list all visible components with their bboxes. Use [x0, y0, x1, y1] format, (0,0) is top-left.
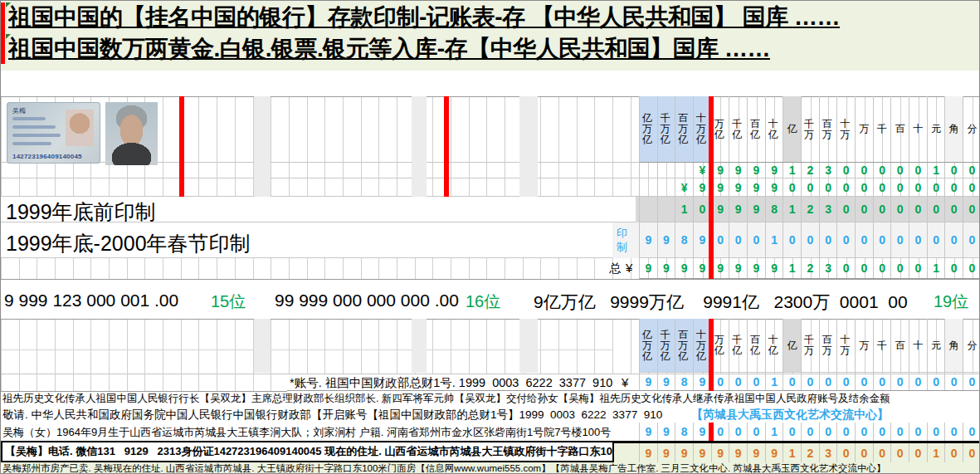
grid-cell[interactable]: 0 [712, 222, 730, 257]
grid-cell[interactable]: 分 [963, 319, 980, 372]
grid-cell[interactable]: 0 [712, 423, 730, 441]
grid-cell[interactable]: 0 [891, 222, 909, 257]
grid-cell[interactable]: 千万亿 [658, 96, 676, 162]
grid-cell[interactable]: 9 [712, 178, 730, 196]
grid-cell[interactable]: 0 [729, 423, 748, 441]
grid-cell[interactable]: 0 [712, 373, 730, 390]
grid-cell[interactable]: 0 [820, 178, 838, 196]
grid-cell[interactable]: 9 [712, 163, 730, 178]
grid-cell[interactable]: 亿万亿 [640, 319, 658, 372]
grid-cell[interactable]: 0 [909, 373, 928, 390]
grid-cell[interactable]: 分 [963, 96, 980, 162]
grid-cell[interactable]: 1 [783, 197, 802, 222]
grid-cell[interactable]: 0 [783, 373, 802, 390]
grid-cell[interactable]: 十亿 [766, 319, 784, 372]
grid-cell[interactable]: 十万 [837, 96, 856, 162]
grid-cell[interactable]: 0 [856, 222, 874, 257]
grid-cell[interactable]: 0 [945, 423, 963, 441]
grid-cell[interactable]: 9 [748, 197, 766, 222]
grid-cell[interactable]: 9 [640, 423, 658, 441]
grid-cell[interactable]: 0 [874, 222, 892, 257]
grid-cell[interactable]: 百 [891, 96, 909, 162]
grid-cell[interactable]: 9 [748, 163, 766, 178]
grid-cell[interactable] [675, 163, 694, 178]
grid-cell[interactable]: 0 [729, 222, 748, 257]
grid-cell[interactable]: 0 [891, 258, 909, 278]
grid-cell[interactable]: 9 [694, 443, 712, 462]
grid-cell[interactable]: 9 [748, 258, 766, 278]
grid-cell[interactable]: 3 [820, 258, 838, 278]
grid-cell[interactable]: 9 [675, 258, 694, 278]
grid-cell[interactable] [640, 178, 658, 196]
grid-cell[interactable]: 0 [856, 373, 874, 390]
grid-cell[interactable]: 元 [928, 96, 946, 162]
grid-cell[interactable]: 0 [783, 178, 802, 196]
grid-cell[interactable]: 十万 [837, 319, 856, 372]
grid-cell[interactable]: 9 [729, 163, 748, 178]
grid-cell[interactable]: 2 [802, 163, 820, 178]
grid-cell[interactable]: 0 [874, 178, 892, 196]
grid-cell[interactable]: 千 [874, 96, 892, 162]
grid-cell[interactable] [640, 163, 658, 178]
grid-cell[interactable] [658, 163, 676, 178]
grid-cell[interactable]: 0 [928, 222, 946, 257]
grid-cell[interactable]: 0 [909, 163, 928, 178]
grid-cell[interactable]: 0 [909, 178, 928, 196]
grid-cell[interactable]: 0 [856, 178, 874, 196]
grid-cell[interactable]: 角 [945, 319, 963, 372]
grid-cell[interactable]: 9 [766, 178, 784, 196]
grid-cell[interactable]: 十 [909, 96, 928, 162]
grid-cell[interactable]: 百万 [820, 96, 838, 162]
grid-cell[interactable]: 1 [766, 423, 784, 441]
grid-cell[interactable]: 0 [891, 197, 909, 222]
grid-cell[interactable]: 0 [945, 258, 963, 278]
grid-cell[interactable]: 0 [729, 373, 748, 390]
grid-cell[interactable]: 9 [640, 222, 658, 257]
grid-cell[interactable]: 0 [891, 373, 909, 390]
grid-cell[interactable]: 元 [928, 319, 946, 372]
grid-cell[interactable]: 千万 [802, 319, 820, 372]
grid-cell[interactable]: 0 [802, 222, 820, 257]
grid-cell[interactable]: 百 [891, 319, 909, 372]
grid-cell[interactable]: 9 [729, 178, 748, 196]
grid-cell[interactable]: 3 [820, 443, 838, 462]
grid-cell[interactable]: 0 [909, 222, 928, 257]
grid-cell[interactable]: 1 [675, 197, 694, 222]
grid-cell[interactable]: 万 [856, 96, 874, 162]
grid-cell[interactable]: 9 [640, 443, 658, 462]
grid-cell[interactable]: 9 [675, 443, 694, 462]
grid-cell[interactable]: 9 [729, 258, 748, 278]
grid-cell[interactable]: 0 [802, 373, 820, 390]
grid-cell[interactable]: 9 [658, 423, 676, 441]
grid-cell[interactable]: 0 [874, 443, 892, 462]
grid-cell[interactable]: 0 [856, 163, 874, 178]
grid-cell[interactable]: 0 [837, 197, 856, 222]
grid-cell[interactable]: 1 [783, 443, 802, 462]
grid-cell[interactable]: 0 [963, 423, 980, 441]
grid-cell[interactable]: 0 [891, 163, 909, 178]
grid-cell[interactable]: 0 [837, 423, 856, 441]
grid-cell[interactable]: 千亿 [729, 319, 748, 372]
grid-cell[interactable]: 十 [909, 319, 928, 372]
grid-cell[interactable]: 0 [963, 222, 980, 257]
grid-cell[interactable]: 0 [963, 373, 980, 390]
grid-cell[interactable]: 0 [945, 443, 963, 462]
grid-cell[interactable]: 0 [909, 443, 928, 462]
grid-cell[interactable]: 1 [783, 258, 802, 278]
grid-cell[interactable]: 9 [712, 197, 730, 222]
grid-cell[interactable]: 千万亿 [658, 319, 676, 372]
grid-cell[interactable]: 8 [766, 197, 784, 222]
grid-cell[interactable]: 亿 [783, 96, 802, 162]
grid-cell[interactable]: 0 [837, 163, 856, 178]
grid-cell[interactable] [658, 178, 676, 196]
grid-cell[interactable]: 亿 [783, 319, 802, 372]
grid-cell[interactable]: 3 [820, 163, 838, 178]
grid-cell[interactable]: 0 [891, 178, 909, 196]
grid-cell[interactable]: 0 [748, 423, 766, 441]
grid-cell[interactable]: 0 [963, 178, 980, 196]
grid-cell[interactable]: 0 [802, 178, 820, 196]
grid-cell[interactable]: 9 [748, 443, 766, 462]
grid-cell[interactable]: 角 [945, 96, 963, 162]
grid-cell[interactable]: 0 [945, 373, 963, 390]
grid-cell[interactable]: 9 [712, 258, 730, 278]
